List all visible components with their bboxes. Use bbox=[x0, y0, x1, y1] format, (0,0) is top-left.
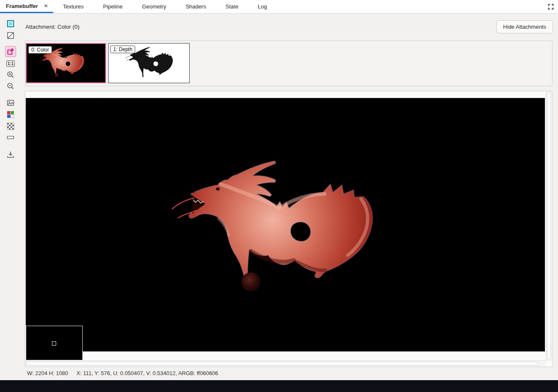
fit-window-icon[interactable] bbox=[5, 46, 16, 57]
tab-state-label: State bbox=[226, 3, 238, 10]
checkerboard-background-icon[interactable] bbox=[5, 121, 16, 132]
texture-dimensions-label: W: 2204 H: 1080 bbox=[27, 370, 68, 376]
pixel-info-label: X: 111, Y: 576, U: 0.050407, V: 0.534012… bbox=[76, 370, 218, 376]
attachment-thumb-depth[interactable]: 1: Depth bbox=[108, 43, 190, 83]
alpha-blend-icon[interactable] bbox=[5, 30, 16, 41]
horizontal-scrollbar[interactable] bbox=[25, 360, 546, 367]
attachment-thumb-depth-label: 1: Depth bbox=[110, 46, 135, 53]
tab-pipeline[interactable]: Pipeline bbox=[93, 0, 132, 13]
tab-bar: Framebuffer ✕ Textures Pipeline Geometry… bbox=[0, 0, 558, 14]
tab-geometry-label: Geometry bbox=[142, 3, 166, 10]
range-control-icon[interactable] bbox=[5, 132, 16, 143]
tab-log-label: Log bbox=[258, 3, 267, 10]
bottom-dark-bar bbox=[0, 380, 558, 392]
hide-attachments-button[interactable]: Hide Attachments bbox=[496, 20, 553, 33]
tab-shaders-label: Shaders bbox=[185, 3, 206, 10]
tab-state[interactable]: State bbox=[216, 0, 248, 13]
dragon-model bbox=[169, 158, 376, 301]
tab-textures[interactable]: Textures bbox=[53, 0, 93, 13]
fullscreen-icon[interactable] bbox=[547, 3, 555, 11]
vertical-scrollbar-thumb[interactable] bbox=[547, 92, 551, 359]
tab-framebuffer[interactable]: Framebuffer ✕ bbox=[0, 0, 53, 13]
tab-shaders[interactable]: Shaders bbox=[176, 0, 215, 13]
tab-close-icon[interactable]: ✕ bbox=[44, 3, 48, 9]
vertical-scrollbar[interactable] bbox=[546, 91, 552, 361]
tab-textures-label: Textures bbox=[63, 3, 84, 10]
zoom-actual-icon[interactable]: 1:1 bbox=[5, 58, 16, 69]
attachment-thumb-color-label: 0: Color bbox=[28, 46, 52, 54]
display-texture-icon[interactable] bbox=[5, 18, 16, 29]
tab-pipeline-label: Pipeline bbox=[103, 3, 122, 10]
attachment-thumb-color[interactable]: 0: Color bbox=[26, 43, 106, 83]
zoom-in-icon[interactable] bbox=[5, 69, 16, 80]
tab-geometry[interactable]: Geometry bbox=[132, 0, 176, 13]
zoom-out-icon[interactable] bbox=[5, 81, 16, 92]
tab-framebuffer-label: Framebuffer bbox=[6, 3, 38, 9]
horizontal-scrollbar-thumb[interactable] bbox=[26, 362, 538, 365]
tab-log[interactable]: Log bbox=[248, 0, 277, 13]
image-fit-icon[interactable] bbox=[5, 97, 16, 108]
texture-viewport bbox=[25, 91, 553, 367]
color-channels-icon[interactable] bbox=[5, 109, 16, 120]
save-image-icon[interactable] bbox=[5, 149, 16, 160]
minimap-view-rect[interactable] bbox=[52, 341, 56, 346]
zoom-actual-label: 1:1 bbox=[6, 60, 15, 67]
attachment-header-label: Attachment: Color (0) bbox=[25, 24, 79, 30]
render-area[interactable] bbox=[26, 98, 545, 351]
minimap-overview[interactable] bbox=[26, 326, 83, 360]
attachments-strip: 0: Color 1: Depth bbox=[25, 41, 553, 86]
status-bar: W: 2204 H: 1080 X: 111, Y: 576, U: 0.050… bbox=[27, 370, 218, 376]
